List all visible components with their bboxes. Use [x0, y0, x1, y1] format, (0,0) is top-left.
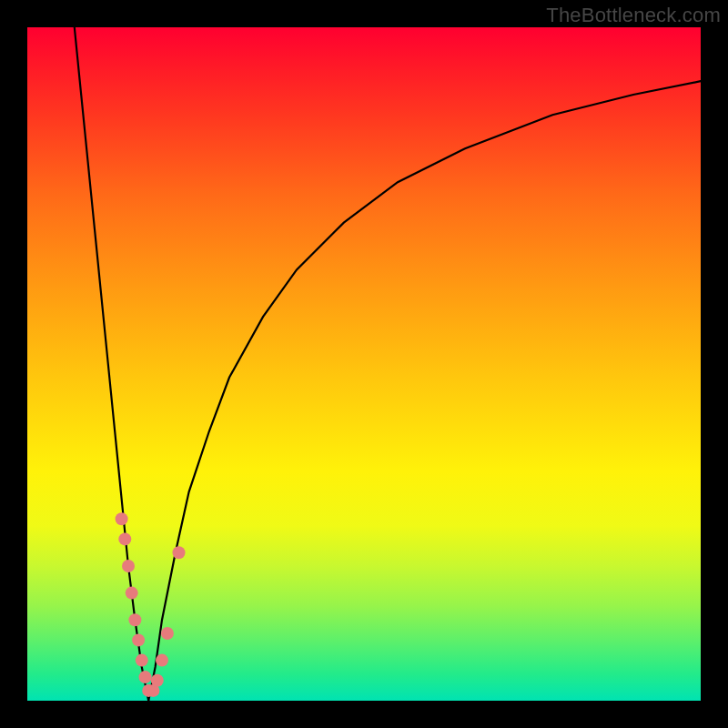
- marker-point: [139, 671, 152, 683]
- marker-point: [151, 674, 164, 687]
- marker-point: [116, 512, 128, 525]
- marker-point: [132, 633, 145, 646]
- marker-point: [156, 654, 168, 667]
- marker-point: [128, 613, 141, 626]
- plot-area: [27, 27, 701, 701]
- markers-group: [116, 512, 186, 697]
- watermark-text: TheBottleneck.com: [546, 4, 721, 27]
- chart-svg: [27, 27, 701, 701]
- curve-group: [75, 27, 701, 701]
- marker-point: [122, 560, 135, 572]
- chart-frame: TheBottleneck.com: [0, 0, 728, 728]
- marker-point: [118, 532, 131, 545]
- right-branch-curve: [148, 81, 701, 701]
- marker-point: [173, 546, 186, 559]
- marker-point: [136, 654, 148, 667]
- marker-point: [126, 587, 138, 600]
- left-branch-curve: [75, 27, 148, 701]
- marker-point: [161, 627, 174, 640]
